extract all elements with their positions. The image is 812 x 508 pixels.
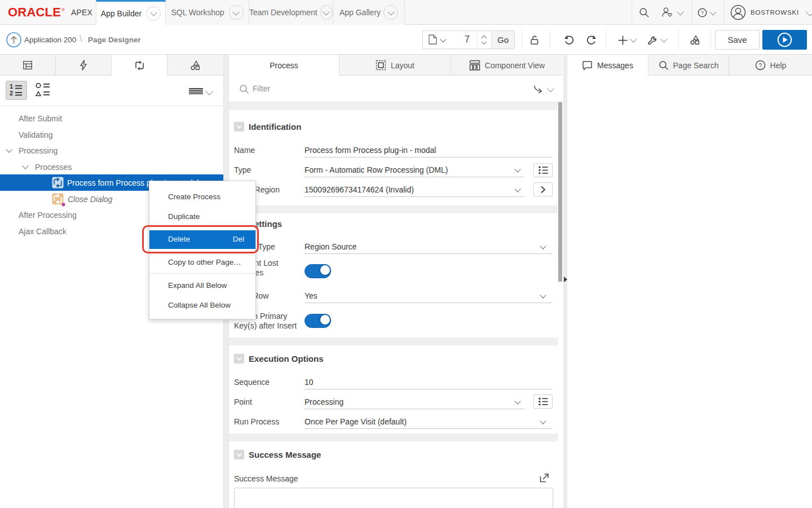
svg-text:?: ? [701, 10, 704, 16]
svg-text:?: ? [758, 62, 762, 69]
